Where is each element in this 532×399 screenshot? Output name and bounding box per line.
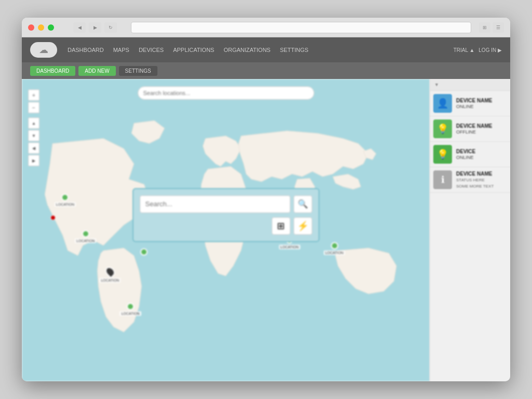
marker-2[interactable]: LOCATION <box>75 230 96 243</box>
marker-label-1: LOCATION <box>55 202 76 207</box>
pan-left-btn[interactable]: ◀ <box>28 142 39 154</box>
panel-item-2-icon: 💡 <box>433 119 452 138</box>
panel-item-3-status: ONLINE <box>456 155 474 160</box>
search-modal-row: 🔍 <box>140 195 312 213</box>
panel-item-4[interactable]: ℹ DEVICE NAME STATUS HERESOME MORE TEXT <box>430 167 510 193</box>
map-toolbar: + − ▲ ▼ ◀ ▶ <box>28 89 39 166</box>
map-search-input[interactable] <box>143 90 309 96</box>
layers-icon: ⊞ <box>277 220 285 232</box>
panel-item-2-status: OFFLINE <box>456 129 476 135</box>
nav-devices[interactable]: DEVICES <box>139 47 164 53</box>
settings-btn[interactable]: SETTINGS <box>119 66 157 76</box>
nav-right: TRIAL ▲ LOG IN ▶ <box>454 47 502 53</box>
layers-btn[interactable]: ⊞ <box>272 217 290 235</box>
browser-window: ◀ ▶ ↻ ⊞ ☰ ☁ DASHBOARD MAPS DEVICES APPLI… <box>22 18 510 381</box>
search-modal-input[interactable] <box>140 195 290 213</box>
panel-item-1-text: DEVICE NAME ONLINE <box>456 97 492 110</box>
marker-label-4: LOCATION <box>119 311 141 316</box>
panel-item-1-title: DEVICE NAME <box>456 97 492 104</box>
nav-links: DASHBOARD MAPS DEVICES APPLICATIONS ORGA… <box>68 47 454 53</box>
dashboard-btn[interactable]: DASHBOARD <box>30 66 75 76</box>
pan-down-btn[interactable]: ▼ <box>28 130 39 141</box>
top-nav: ☁ DASHBOARD MAPS DEVICES APPLICATIONS OR… <box>22 37 510 62</box>
panel-item-3-icon: 💡 <box>433 145 452 164</box>
panel-item-2[interactable]: 💡 DEVICE NAME OFFLINE <box>430 116 510 142</box>
nav-settings[interactable]: SETTINGS <box>280 47 309 53</box>
marker-label-3: LOCATION <box>99 278 121 283</box>
search-icon: 🔍 <box>298 199 308 209</box>
sub-nav: DASHBOARD ADD NEW SETTINGS <box>22 62 510 79</box>
marker-12[interactable] <box>50 215 56 220</box>
panel-item-3-text: DEVICE ONLINE <box>456 148 475 161</box>
marker-label-11: LOCATION <box>324 250 345 255</box>
pan-right-btn[interactable]: ▶ <box>28 155 39 166</box>
modal-icon-row: ⊞ ⚡ <box>140 217 312 235</box>
search-modal-search-btn[interactable]: 🔍 <box>294 195 312 213</box>
right-panel: ▼ 👤 DEVICE NAME ONLINE 💡 <box>430 79 510 381</box>
marker-3[interactable]: LOCATION <box>99 267 121 283</box>
app-content: ☁ DASHBOARD MAPS DEVICES APPLICATIONS OR… <box>22 37 510 381</box>
map-container[interactable]: + − ▲ ▼ ◀ ▶ LOCATION <box>22 79 430 381</box>
minimize-button[interactable] <box>38 24 44 31</box>
bulb-icon-1: 💡 <box>437 123 448 135</box>
panel-item-4-icon: ℹ <box>433 170 452 189</box>
panel-item-3[interactable]: 💡 DEVICE ONLINE <box>430 142 510 167</box>
nav-dashboard[interactable]: DASHBOARD <box>68 47 104 53</box>
panel-item-3-title: DEVICE <box>456 148 475 155</box>
panel-item-4-text: DEVICE NAME STATUS HERESOME MORE TEXT <box>456 170 494 189</box>
panel-item-1-icon: 👤 <box>433 94 452 113</box>
close-button[interactable] <box>28 24 34 31</box>
marker-label-2: LOCATION <box>75 238 96 243</box>
bulb-icon-2: 💡 <box>437 149 448 160</box>
person-icon: 👤 <box>437 98 448 109</box>
maximize-button[interactable] <box>48 24 54 31</box>
bolt-icon: ⚡ <box>297 220 309 232</box>
panel-item-4-status: STATUS HERESOME MORE TEXT <box>456 178 494 189</box>
nav-applications[interactable]: APPLICATIONS <box>173 47 214 53</box>
panel-toggle[interactable]: ▼ <box>434 82 439 87</box>
info-icon: ℹ <box>441 174 445 185</box>
address-bar[interactable] <box>131 22 471 33</box>
marker-11[interactable]: LOCATION <box>324 242 345 255</box>
panel-item-4-title: DEVICE NAME <box>456 170 494 177</box>
main-area: + − ▲ ▼ ◀ ▶ LOCATION <box>22 79 510 381</box>
marker-label-9: LOCATION <box>279 245 300 249</box>
right-panel-header: ▼ <box>430 79 510 91</box>
marker-4[interactable]: LOCATION <box>119 303 141 316</box>
login-text[interactable]: LOG IN ▶ <box>478 47 502 53</box>
marker-1[interactable]: LOCATION <box>55 194 76 207</box>
nav-organizations[interactable]: ORGANIZATIONS <box>223 47 270 53</box>
marker-5[interactable] <box>140 248 148 256</box>
browser-chrome: ◀ ▶ ↻ ⊞ ☰ <box>22 18 510 37</box>
cloud-icon: ☁ <box>39 44 48 56</box>
nav-maps[interactable]: MAPS <box>113 47 129 53</box>
trial-text: TRIAL ▲ <box>454 47 475 53</box>
bolt-btn[interactable]: ⚡ <box>294 217 312 235</box>
zoom-out-btn[interactable]: − <box>28 102 39 113</box>
map-search-bar[interactable] <box>138 86 314 100</box>
panel-item-1-status: ONLINE <box>456 104 474 109</box>
panel-item-2-text: DEVICE NAME OFFLINE <box>456 123 492 136</box>
add-new-btn[interactable]: ADD NEW <box>78 66 115 76</box>
panel-item-1[interactable]: 👤 DEVICE NAME ONLINE <box>430 91 510 116</box>
pan-up-btn[interactable]: ▲ <box>28 117 39 129</box>
zoom-in-btn[interactable]: + <box>28 89 39 101</box>
logo: ☁ <box>30 42 57 58</box>
search-modal: 🔍 ⊞ ⚡ <box>132 188 320 242</box>
panel-item-2-title: DEVICE NAME <box>456 123 492 129</box>
